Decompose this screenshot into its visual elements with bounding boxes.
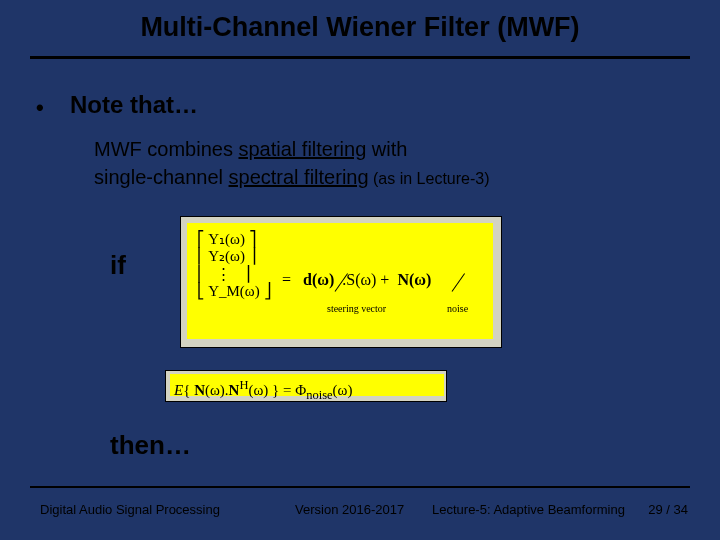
underline-spatial: spatial filtering [238,138,366,160]
paren-note: (as in Lecture-3) [369,170,490,187]
vector-y: ⎡ Y₁(ω) ⎤ ⎢ Y₂(ω) ⎥ ⎢ ⋮ ⎥ ⎣ Y_M(ω) ⎦ [197,231,272,300]
n-vector: N(ω) [397,271,431,288]
note-heading: Note that… [70,91,198,119]
slide-title: Multi-Channel Wiener Filter (MWF) [0,12,720,43]
text: single-channel [94,166,229,188]
arrow-icon [452,273,465,292]
footer-left: Digital Audio Signal Processing [40,502,220,517]
steering-vector-label: steering vector [327,303,386,314]
footer-mid: Version 2016-2017 [295,502,404,517]
footer-page: 29 / 34 [648,502,688,517]
body-line-1: MWF combines spatial filtering with [94,138,407,161]
equation-box-1: ⎡ Y₁(ω) ⎤ ⎢ Y₂(ω) ⎥ ⎢ ⋮ ⎥ ⎣ Y_M(ω) ⎦ = d… [180,216,502,348]
footer-right: Lecture-5: Adaptive Beamforming [432,502,625,517]
underline-spectral: spectral filtering [229,166,369,188]
s-term: .S(ω) + [342,271,389,288]
slide: Multi-Channel Wiener Filter (MWF) • Note… [0,0,720,540]
y1: Y₁(ω) [208,231,245,247]
divider-top [30,56,690,59]
bullet-icon: • [36,95,44,121]
ym: Y_M(ω) [208,283,260,299]
y2: Y₂(ω) [208,248,245,264]
equation-box-2: E{ N(ω).NH(ω) } = Φnoise(ω) [165,370,447,402]
text: with [366,138,407,160]
equals: = [282,271,291,288]
then-label: then… [110,430,191,461]
divider-bottom [30,486,690,488]
body-line-2: single-channel spectral filtering (as in… [94,166,490,189]
if-label: if [110,250,126,281]
equation-2-text: E{ N(ω).NH(ω) } = Φnoise(ω) [170,374,444,396]
dots: ⋮ [216,266,231,282]
noise-label: noise [447,303,468,314]
equation-1-inner: ⎡ Y₁(ω) ⎤ ⎢ Y₂(ω) ⎥ ⎢ ⋮ ⎥ ⎣ Y_M(ω) ⎦ = d… [187,223,493,339]
equation-rhs: = d(ω) .S(ω) + N(ω) [282,271,431,289]
text: MWF combines [94,138,238,160]
d-vector: d(ω) [303,271,334,288]
